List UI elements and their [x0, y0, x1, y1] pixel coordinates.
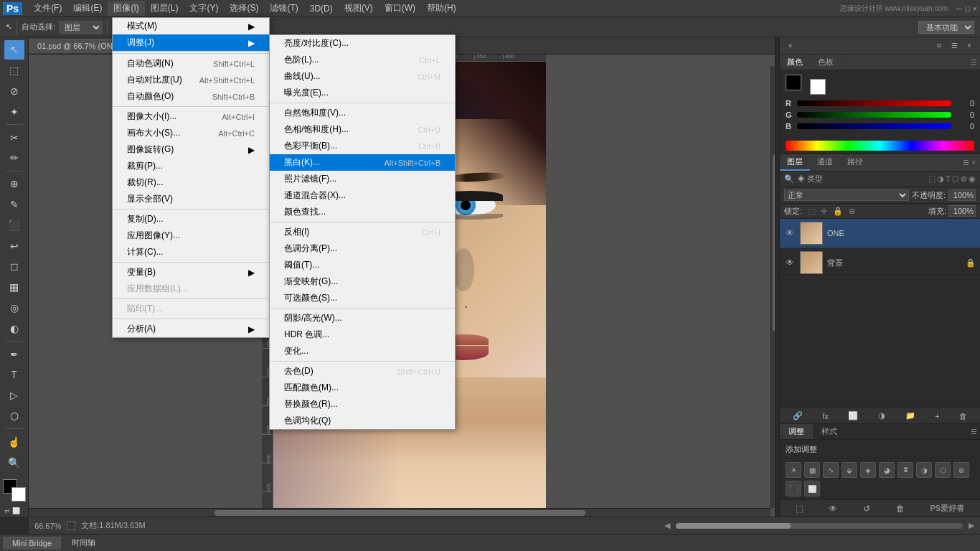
tool-crop[interactable]: ✂: [4, 128, 24, 147]
layers-menu-btn[interactable]: ☰: [963, 159, 969, 166]
tool-eyedropper[interactable]: ✏: [4, 149, 24, 168]
tool-magic-wand[interactable]: ✦: [4, 102, 24, 121]
adj-levels[interactable]: 色阶(L)... Ctrl+L: [270, 52, 455, 68]
filter-adj-icon[interactable]: ◑: [937, 174, 944, 184]
lock-position-btn[interactable]: ✛: [821, 207, 827, 216]
filter-pixel-icon[interactable]: ⬚: [928, 174, 936, 184]
adj-colorlookup[interactable]: 颜色查找...: [270, 204, 455, 220]
tool-gradient[interactable]: ▦: [4, 278, 24, 297]
r-value[interactable]: 0: [954, 99, 974, 108]
adj-levels-icon[interactable]: ▦: [804, 462, 820, 478]
filter-text-icon[interactable]: T: [946, 174, 951, 184]
tool-heal[interactable]: ⊕: [4, 174, 24, 194]
menu-view[interactable]: 视图(V): [339, 1, 379, 16]
menu-3d[interactable]: 3D(D): [304, 2, 339, 15]
menu-layer[interactable]: 图层(L): [145, 1, 184, 16]
bottom-scroll-thumb[interactable]: [676, 523, 791, 529]
layer-one-visibility[interactable]: 👁: [784, 227, 796, 239]
channels-tab[interactable]: 通道: [810, 154, 840, 171]
adj-desaturate[interactable]: 去色(D) Shift+Ctrl+U: [270, 363, 455, 380]
filter-toggle[interactable]: ◉: [969, 174, 976, 184]
tool-blur[interactable]: ◎: [4, 298, 24, 318]
adj-shadowhighlight[interactable]: 阴影/高光(W)...: [270, 310, 455, 326]
adj-vibrance-icon[interactable]: ◈: [860, 462, 876, 478]
adj-replacecolor[interactable]: 替换颜色(R)...: [270, 396, 455, 413]
adj-matchcolor[interactable]: 匹配颜色(M)...: [270, 380, 455, 396]
timeline-tab[interactable]: 时间轴: [62, 535, 105, 550]
blend-mode-select[interactable]: 正常: [784, 189, 909, 201]
adj-invert-icon[interactable]: ⬜: [804, 481, 820, 496]
image-menu-mode[interactable]: 模式(M) ▶: [113, 18, 269, 34]
tool-shape[interactable]: ⬡: [4, 407, 24, 426]
r-slider[interactable]: [797, 100, 951, 106]
opacity-input[interactable]: [948, 189, 976, 201]
tool-stamp[interactable]: ⬛: [4, 215, 24, 235]
adj-threshold[interactable]: 阈值(T)...: [270, 257, 455, 273]
bottom-scrollbar-track[interactable]: [676, 523, 963, 529]
delete-layer-btn[interactable]: 🗑: [959, 412, 967, 420]
img-auto-color[interactable]: 自动颜色(O) Shift+Ctrl+B: [113, 88, 269, 105]
img-calculations[interactable]: 计算(C)...: [113, 244, 269, 260]
layer-item-bg[interactable]: 👁 背景 🔒: [780, 248, 980, 278]
bg-swatch[interactable]: [810, 79, 826, 95]
window-controls[interactable]: ─ □ ×: [956, 4, 977, 13]
menu-edit[interactable]: 编辑(E): [67, 1, 108, 16]
adj-hdrtone[interactable]: HDR 色调...: [270, 326, 455, 343]
adj-colorbalance[interactable]: 色彩平衡(B)... Ctrl+B: [270, 138, 455, 154]
background-color[interactable]: [11, 487, 26, 501]
new-layer-btn[interactable]: +: [935, 412, 939, 420]
doc-size-display[interactable]: 文档:1.81M/3.63M: [81, 520, 145, 531]
panel-menu-btn[interactable]: ☰: [948, 39, 961, 52]
adj-variations[interactable]: 变化...: [270, 343, 455, 359]
adj-selective-color[interactable]: 可选颜色(S)...: [270, 290, 455, 306]
adj-posterize[interactable]: 色调分离(P)...: [270, 240, 455, 257]
img-trim[interactable]: 裁切(R)...: [113, 174, 269, 191]
add-mask-btn[interactable]: ⬜: [848, 411, 858, 420]
menu-select[interactable]: 选择(S): [224, 1, 264, 16]
img-rotate[interactable]: 图像旋转(G) ▶: [113, 141, 269, 158]
adj-delete-btn[interactable]: 🗑: [896, 504, 905, 514]
zoom-display[interactable]: 66.67%: [34, 522, 61, 530]
layers-tab[interactable]: 图层: [780, 154, 810, 171]
scroll-right-btn[interactable]: ▶: [969, 521, 974, 530]
adj-gradient-map[interactable]: 渐变映射(G)...: [270, 273, 455, 290]
tool-dodge[interactable]: ◐: [4, 319, 24, 338]
reset-color-icon[interactable]: ⬜: [12, 507, 20, 514]
img-analysis[interactable]: 分析(A) ▶: [113, 321, 269, 337]
adj-bw-item[interactable]: 黑白(K)... Alt+Shift+Ctrl+B: [270, 154, 455, 171]
tool-history-brush[interactable]: ↩: [4, 236, 24, 255]
panel-close-btn[interactable]: ×: [963, 39, 976, 52]
img-duplicate[interactable]: 复制(D)...: [113, 211, 269, 227]
adj-channelmix-icon[interactable]: ⊕: [953, 462, 969, 478]
tool-path-select[interactable]: ▷: [4, 386, 24, 405]
img-auto-contrast[interactable]: 自动对比度(U) Alt+Shift+Ctrl+L: [113, 72, 269, 88]
lock-pixel-btn[interactable]: ⬚: [808, 207, 815, 216]
layer-bg-visibility[interactable]: 👁: [784, 257, 796, 268]
paths-tab[interactable]: 路径: [840, 154, 870, 171]
adj-brightness-icon[interactable]: ☀: [786, 462, 801, 478]
adj-colorbalance-icon[interactable]: ⧗: [897, 462, 913, 478]
adj-hsl[interactable]: 色相/饱和度(H)... Ctrl+U: [270, 121, 455, 138]
adj-curves[interactable]: 曲线(U)... Ctrl+M: [270, 68, 455, 85]
adj-exposure-icon[interactable]: ⬙: [842, 462, 857, 478]
swap-icon[interactable]: ⇄: [4, 507, 10, 514]
tool-pen[interactable]: ✒: [4, 344, 24, 364]
layers-close-btn[interactable]: ×: [971, 159, 976, 166]
color-spectrum[interactable]: [786, 141, 974, 151]
tool-move[interactable]: ↖: [4, 40, 24, 60]
new-group-btn[interactable]: 📁: [905, 411, 915, 420]
tool-zoom[interactable]: 🔍: [4, 453, 24, 472]
tool-brush[interactable]: ✎: [4, 195, 24, 215]
auto-select-dropdown[interactable]: 图层: [60, 21, 103, 34]
new-adj-btn[interactable]: ◑: [878, 411, 885, 420]
adj-vibrance[interactable]: 自然饱和度(V)...: [270, 105, 455, 121]
styles-tab[interactable]: 样式: [813, 424, 846, 439]
adj-exposure[interactable]: 曝光度(E)...: [270, 85, 455, 101]
layer-item-one[interactable]: 👁 ONE: [780, 219, 980, 248]
tool-select-rect[interactable]: ⬚: [4, 61, 24, 80]
adj-bw-icon[interactable]: ◑: [916, 462, 932, 478]
h-scroll-thumb[interactable]: [215, 510, 585, 516]
tool-hand[interactable]: ☝: [4, 432, 24, 451]
menu-image[interactable]: 图像(I): [108, 1, 144, 16]
workspace-select[interactable]: 基本功能: [918, 21, 974, 34]
